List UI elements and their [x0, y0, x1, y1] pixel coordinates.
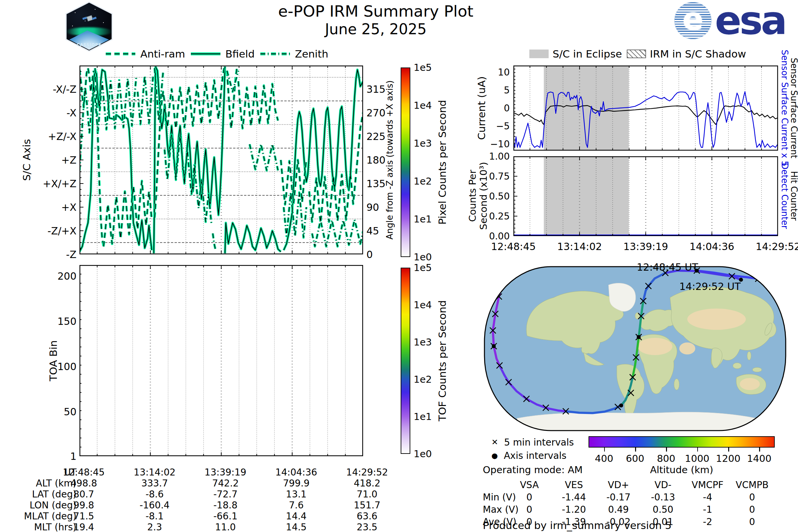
attitude-ytick-right: 225	[366, 131, 385, 142]
pixel-colorbar	[401, 68, 410, 257]
altitude-colorbar	[589, 436, 775, 448]
marker-legend: ✕ 5 min intervals ● Axis intervals	[491, 436, 574, 462]
current-ytick: 10	[468, 67, 510, 78]
voltage-header-row: VSAVESVD+VD-VMCPFVCMPB	[0, 479, 798, 490]
shadow-hatch-swatch-icon	[627, 50, 646, 58]
attitude-ytick-right: 135	[366, 178, 385, 190]
counts-right-label-blue: Detect Counter	[780, 163, 790, 229]
esa-globe-icon: e	[674, 2, 711, 39]
counts-right-label-black: Hit Counter	[789, 171, 798, 221]
esa-logo: e esa	[674, 1, 794, 41]
attitude-legend-item-bfield: Bfield	[190, 48, 255, 60]
x-marker-icon: ✕	[491, 438, 498, 447]
tof-colorbar-tick: 1e0	[414, 448, 432, 459]
ephemeris-value: 14:04:36	[265, 467, 328, 478]
map-end-annotation: 14:29:52 UT	[679, 281, 741, 292]
epop-irm-summary-page: CASSIOPE e-POP IRM Summary Plot June 25,…	[0, 0, 798, 532]
attitude-ytick-right: 0	[366, 249, 373, 260]
esa-wordmark: esa	[715, 0, 785, 43]
attitude-ytick-right: 315	[366, 83, 385, 95]
marker-legend-5min: 5 min intervals	[504, 437, 574, 448]
attitude-legend-item-anti-ram: Anti-ram	[105, 48, 185, 60]
toa-ytick: 100	[32, 361, 76, 373]
current-ytick: −10	[468, 138, 510, 149]
eclipse-legend-item: IRM in S/C Shadow	[627, 48, 746, 60]
tof-colorbar-tick: 1e4	[414, 299, 432, 310]
attitude-ytick-left: -X	[32, 107, 76, 119]
island-borneo	[733, 363, 741, 369]
counts-plot	[513, 156, 778, 236]
current-right-label-blue: Sensor Surface Current x 5	[780, 50, 790, 167]
pixel-colorbar-tick: 1e3	[414, 138, 432, 149]
attitude-ytick-right: 45	[366, 225, 379, 237]
eclipse-legend: S/C in EclipseIRM in S/C Shadow	[529, 48, 746, 60]
island-philippines	[747, 352, 751, 360]
altitude-ticklabel: 1200	[716, 453, 740, 464]
attitude-legend-label: Zenith	[295, 48, 328, 60]
attitude-ytick-right: 270	[366, 107, 385, 119]
page-title: e-POP IRM Summary Plot	[186, 2, 565, 20]
dot-marker-icon: ●	[491, 452, 498, 460]
current-right-label-black: Sensor Surface Current	[789, 58, 798, 158]
marker-legend-axis: Axis intervals	[504, 450, 566, 461]
attitude-ytick-right: 180	[366, 154, 385, 166]
attitude-ytick-left: -Z	[32, 249, 76, 260]
eclipse-swatch-icon	[529, 50, 549, 58]
cassiope-mission-patch-icon: CASSIOPE	[64, 1, 114, 52]
pixel-colorbar-tick: 1e1	[414, 213, 432, 225]
ephemeris-value: 14:29:52	[336, 467, 399, 478]
ephemeris-value: 12:48:45	[52, 467, 115, 478]
counts-ytick: 0.50	[468, 191, 510, 202]
eclipse-legend-label: IRM in S/C Shadow	[650, 48, 746, 60]
desert-arabia	[679, 342, 695, 355]
voltage-column-header: VCMPB	[721, 479, 784, 491]
time-xtick: 14:29:52	[756, 241, 798, 252]
eclipse-legend-item: S/C in Eclipse	[529, 48, 622, 60]
tof-colorbar	[401, 268, 410, 454]
attitude-ylabel: S/C Axis	[21, 139, 33, 181]
current-ytick: −5	[468, 120, 510, 131]
current-plot	[513, 65, 778, 151]
tof-colorbar-tick: 1e3	[414, 337, 432, 348]
patch-label: CASSIOPE	[64, 42, 114, 47]
toa-ytick: 200	[32, 270, 76, 282]
counts-ytick: 0.75	[468, 171, 510, 182]
tof-colorbar-tick: 1e5	[414, 262, 432, 273]
time-xtick: 12:48:45	[491, 241, 536, 252]
pixel-colorbar-tick: 1e5	[414, 62, 432, 73]
attitude-ytick-left: -Z/+X	[32, 225, 76, 237]
counts-ytick: 0.25	[468, 211, 510, 222]
altitude-colorbar-label: Altitude (km)	[650, 464, 713, 475]
attitude-ytick-left: +X	[32, 202, 76, 213]
operating-mode: Operating mode: AM	[483, 464, 583, 475]
pixel-colorbar-label: Pixel Counts per Second	[436, 100, 448, 225]
altitude-ticklabel: 600	[626, 453, 644, 464]
time-xtick: 13:39:19	[624, 241, 668, 252]
current-ytick: 0	[468, 103, 510, 114]
attitude-right-axis-label: Angle from -Z axis (towards +X axis)	[385, 80, 395, 240]
attitude-ytick-left: -X/-Z	[32, 83, 76, 95]
attitude-ytick-right: 90	[366, 202, 379, 213]
time-xtick: 13:14:02	[557, 241, 602, 252]
island-madagascar	[674, 379, 679, 390]
desert-australia	[740, 378, 760, 390]
toa-ytick: 1	[32, 451, 76, 462]
ephemeris-value: 13:14:02	[123, 467, 186, 478]
voltage-row: Ave (V)0-1.39-0.020.01-20	[0, 516, 798, 527]
voltage-value: 0	[721, 516, 784, 527]
counts-ytick: 0.00	[468, 231, 510, 242]
ephemeris-row: UT12:48:4513:14:0213:39:1914:04:3614:29:…	[0, 467, 416, 477]
esa-globe-e: e	[683, 1, 703, 37]
pixel-colorbar-tick: 1e4	[414, 100, 432, 111]
altitude-tick	[604, 448, 605, 452]
toa-plot	[79, 265, 363, 456]
altitude-tick	[728, 448, 729, 452]
altitude-ticklabel: 400	[595, 453, 613, 464]
tof-colorbar-label: TOF Counts per Second	[436, 300, 448, 422]
toa-ytick: 50	[32, 406, 76, 418]
attitude-ytick-left: +X/+Z	[32, 178, 76, 190]
pixel-colorbar-tick: 1e2	[414, 175, 432, 187]
eclipse-legend-label: S/C in Eclipse	[553, 48, 622, 60]
attitude-ytick-left: +Z/-X	[32, 131, 76, 142]
voltage-value: 0	[721, 504, 784, 515]
